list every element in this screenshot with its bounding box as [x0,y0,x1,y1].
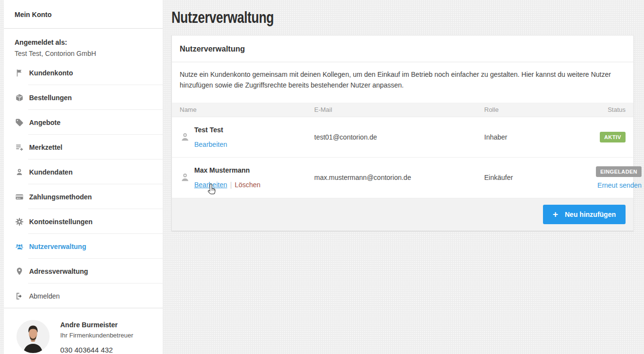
page-title-text: Nutzerverwaltung [171,8,274,27]
sidebar-item-kundenkonto[interactable]: Kundenkonto [4,60,163,85]
edit-link[interactable]: Bearbeiten [194,141,227,148]
logout-icon [15,291,24,301]
user-name-cell: Test Test Bearbeiten [180,126,314,148]
account-manager-info: Andre Burmeister Ihr Firmenkundenbetreue… [60,320,133,354]
sidebar-item-label: Angebote [29,119,61,126]
row-actions: Bearbeiten [194,141,227,148]
card-header: Nutzerverwaltung [172,35,633,62]
action-separator: | [230,181,232,189]
sidebar-item-label: Merkzettel [29,143,62,151]
gear-icon [15,217,24,227]
card-footer: + Neu hinzufügen [172,198,633,230]
sidebar-item-nutzerverwaltung[interactable]: Nutzerverwaltung [4,234,163,259]
account-manager-phone: 030 403644 432 [60,346,133,354]
sidebar-item-label: Nutzerverwaltung [29,243,86,250]
user-role: Inhaber [484,133,596,141]
package-icon [15,93,24,103]
user-name: Max Mustermann [194,166,260,174]
add-user-button-label: Neu hinzufügen [565,211,616,218]
sidebar-item-label: Adressverwaltung [29,267,88,275]
column-header-name: Name [180,106,314,113]
sidebar-title: Mein Konto [4,0,163,29]
table-row: Test Test Bearbeiten test01@contorion.de… [172,117,633,158]
flag-icon [15,68,24,78]
page-title: Nutzerverwaltung [171,8,644,35]
sidebar-item-kontoeinstellungen[interactable]: Kontoeinstellungen [4,209,163,234]
user-name-stack: Max Mustermann Bearbeiten|Löschen [194,166,260,189]
sidebar-nav: Kundenkonto Bestellungen Angebote Merkze… [4,60,163,308]
logged-in-value: Test Test, Contorion GmbH [15,50,152,57]
account-manager-name: Andre Burmeister [60,321,133,329]
user-name: Test Test [194,126,227,134]
user-status-cell: EINGELADEN Erneut senden [596,166,642,189]
sidebar-item-angebote[interactable]: Angebote [4,110,163,135]
sidebar-item-label: Bestellungen [29,94,72,102]
credit-card-icon [15,192,24,202]
account-manager-card: Andre Burmeister Ihr Firmenkundenbetreue… [4,308,163,354]
page: Mein Konto Angemeldet als: Test Test, Co… [0,0,644,354]
row-actions: Bearbeiten|Löschen [194,181,260,189]
main-content: Nutzerverwaltung Nutzerverwaltung Nutze … [163,0,644,354]
plus-icon: + [553,210,558,219]
column-header-rolle: Rolle [484,106,596,113]
avatar [17,320,50,353]
logged-in-block: Angemeldet als: Test Test, Contorion Gmb… [4,29,163,60]
sidebar: Mein Konto Angemeldet als: Test Test, Co… [4,0,163,354]
add-user-button[interactable]: + Neu hinzufügen [543,205,626,224]
map-pin-icon [15,266,24,276]
logged-in-label: Angemeldet als: [15,38,152,46]
column-header-status: Status [596,106,626,113]
card-description: Nutze ein Kundenkonto gemeinsam mit dein… [172,62,624,103]
sidebar-title-text: Mein Konto [15,11,51,18]
user-icon [180,132,190,142]
sidebar-item-label: Abmelden [29,292,60,300]
tag-icon [15,118,24,127]
sidebar-item-adressverwaltung[interactable]: Adressverwaltung [4,259,163,283]
card-title: Nutzerverwaltung [180,45,245,53]
sidebar-item-label: Kundenkonto [29,69,73,77]
edit-link[interactable]: Bearbeiten [194,181,227,189]
account-manager-role: Ihr Firmenkundenbetreuer [60,332,133,339]
user-role: Einkäufer [484,174,596,181]
sidebar-item-zahlungsmethoden[interactable]: Zahlungsmethoden [4,184,163,209]
status-badge: AKTIV [600,132,626,142]
user-icon [180,172,190,183]
sidebar-item-abmelden[interactable]: Abmelden [4,283,163,308]
user-email: max.mustermann@contorion.de [314,174,484,181]
sidebar-item-merkzettel[interactable]: Merkzettel [4,135,163,159]
user-email: test01@contorion.de [314,133,484,141]
column-header-email: E-Mail [314,106,484,113]
table-row: Max Mustermann Bearbeiten|Löschen max.mu… [172,158,633,198]
sidebar-item-bestellungen[interactable]: Bestellungen [4,85,163,110]
list-plus-icon [15,142,24,152]
users-icon [15,242,24,251]
delete-link[interactable]: Löschen [235,181,260,189]
sidebar-item-kundendaten[interactable]: Kundendaten [4,159,163,184]
user-name-stack: Test Test Bearbeiten [194,126,227,148]
sidebar-item-label: Kundendaten [29,168,72,176]
user-status-cell: AKTIV [596,132,626,142]
status-badge: EINGELADEN [596,166,642,177]
table-header: Name E-Mail Rolle Status [172,103,633,117]
user-management-card: Nutzerverwaltung Nutze ein Kundenkonto g… [171,35,634,231]
user-name-cell: Max Mustermann Bearbeiten|Löschen [180,166,314,189]
person-icon [15,167,24,177]
sidebar-item-label: Kontoeinstellungen [29,218,93,226]
sidebar-item-label: Zahlungsmethoden [29,193,92,201]
resend-invite-link[interactable]: Erneut senden [597,181,642,189]
